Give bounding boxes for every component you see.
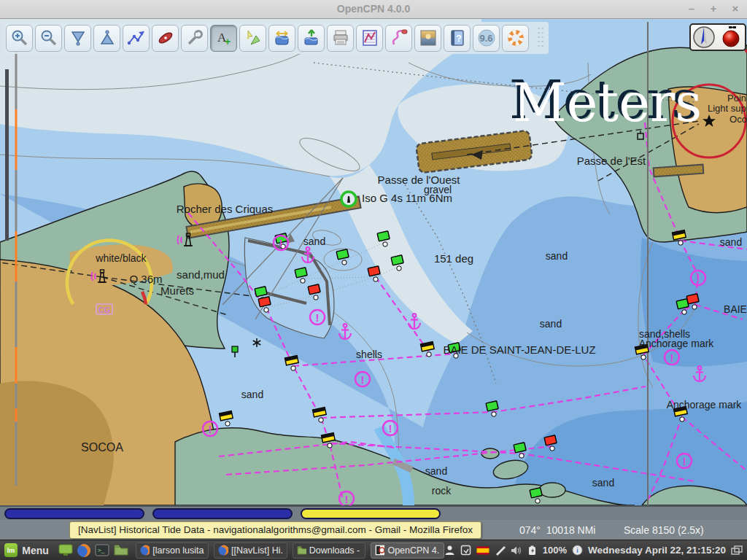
show-desktop-icon[interactable] [58, 542, 74, 559]
chart-button-3[interactable] [301, 508, 441, 519]
chart-label: sand [720, 236, 742, 248]
symbol-cg-badge: CG [96, 304, 112, 314]
taskbar-window-downloads[interactable]: Downloads - ... [293, 542, 365, 559]
create-route-button[interactable] [123, 25, 150, 52]
print-button[interactable] [327, 25, 354, 52]
ais-targets-button[interactable] [239, 25, 266, 52]
firefox-launcher-icon[interactable] [76, 542, 93, 559]
scale-out-button[interactable] [64, 25, 91, 52]
maximize-button[interactable]: + [708, 2, 719, 15]
svg-text:>_: >_ [98, 547, 105, 553]
cursor-bearing-distance: 074° 10018 NMi [519, 524, 595, 536]
battery-percent: 100% [543, 545, 567, 556]
window-list-icon[interactable] [731, 545, 743, 555]
chart-scale-button[interactable]: 9.6 [473, 25, 500, 52]
chart-label: BAIE DE SAINT-JEAN-DE-LUZ [443, 343, 595, 356]
chart-label: shells [356, 349, 382, 360]
show-text-button[interactable]: A+ [210, 25, 237, 52]
gps-status-icon [719, 25, 743, 50]
keyboard-layout-es-flag[interactable] [476, 546, 489, 555]
symbol-greenring [341, 192, 356, 206]
route-manager-button[interactable] [356, 25, 383, 52]
svg-text:!: ! [697, 272, 700, 284]
chart-label: sand [303, 236, 325, 247]
chart-label: Q 36m [129, 273, 162, 285]
zoom-in-button[interactable] [6, 25, 33, 52]
system-tray: 100% i Wednesday April 22, 21:15:20 [444, 545, 747, 556]
chart-label: 151 deg [434, 252, 473, 265]
svg-text:+: + [225, 36, 231, 47]
help-button[interactable]: ? [444, 25, 471, 52]
window-titlebar[interactable]: OpenCPN 4.0.0 – + × [0, 0, 747, 19]
tablet-pen-icon[interactable] [495, 545, 506, 556]
menu-button[interactable]: Menu [22, 545, 49, 556]
opencpn-icon [375, 545, 384, 556]
chart-label: rock [432, 485, 452, 497]
chart-label: Rocher des Criquas [177, 203, 274, 215]
compass-rose-icon [692, 26, 716, 49]
depth-unit-watermark: Meters [513, 72, 702, 133]
svg-text:!: ! [670, 351, 674, 364]
minimize-button[interactable]: – [686, 2, 697, 15]
chart-label: sand [546, 250, 568, 262]
taskbar: lm Menu >_ [larson lusita... [[NavList] … [0, 540, 747, 560]
window-title: OpenCPN 4.0.0 [0, 3, 747, 15]
mint-menu-icon[interactable]: lm [4, 543, 18, 557]
tides-button[interactable] [298, 25, 325, 52]
chart-label: sand [425, 465, 447, 477]
chart-label: sand [592, 477, 614, 489]
chart-label: Anchorage mark [667, 399, 743, 411]
svg-text:!: ! [316, 311, 320, 324]
clock[interactable]: Wednesday April 22, 21:15:20 [588, 545, 726, 556]
chart-label: Light supp [708, 103, 747, 114]
files-launcher-icon[interactable] [112, 542, 129, 559]
chart-label: BAIE [724, 303, 747, 315]
chart-label: sand [540, 318, 562, 330]
desktop: OpenCPN 4.0.0 – + × [0, 0, 747, 560]
close-button[interactable]: × [729, 2, 741, 15]
svg-text:!: ! [345, 493, 349, 505]
chart-label: Poin [727, 93, 746, 104]
clipboard-applet-icon[interactable] [460, 545, 471, 556]
svg-text:!: ! [279, 237, 283, 249]
chart-label: Oco [729, 114, 747, 125]
toolbar-grip[interactable] [537, 26, 544, 50]
terminal-launcher-icon[interactable]: >_ [94, 542, 111, 559]
chart-selector-bar [0, 505, 747, 520]
chart-label: Anchorage mark [639, 338, 715, 349]
firefox-icon [218, 545, 228, 556]
currents-button[interactable] [268, 25, 295, 52]
own-ship-button[interactable] [152, 25, 179, 52]
tracks-button[interactable] [385, 25, 412, 52]
volume-icon[interactable] [511, 545, 522, 556]
folder-icon [297, 545, 306, 555]
taskbar-window-opencpn[interactable]: OpenCPN 4.... [371, 542, 444, 559]
scale-in-button[interactable] [93, 25, 120, 52]
taskbar-tooltip: [NavList] Historical Tide Data - navigat… [69, 521, 481, 539]
compass-gps-widget[interactable] [689, 23, 746, 51]
options-button[interactable] [181, 25, 208, 52]
chart-label: sand,mud [177, 268, 225, 281]
svg-text:!: ! [683, 455, 686, 467]
opencpn-window: Meters Meters !!!!!!!!!CG Passe de l'Est… [0, 19, 747, 520]
chart-label: SOCOA [81, 441, 123, 454]
chart-label: Iso G 4s 11m 6Nm [362, 192, 452, 204]
chart-button-1[interactable] [4, 508, 144, 519]
svg-text:i: i [576, 547, 578, 554]
user-applet-icon[interactable] [444, 545, 455, 556]
zoom-out-button[interactable] [35, 25, 62, 52]
svg-text:!: ! [361, 373, 365, 386]
chart-canvas[interactable]: Meters Meters !!!!!!!!!CG Passe de l'Est… [0, 19, 747, 505]
chart-label: Passe de l'Est [577, 155, 646, 167]
battery-icon[interactable] [527, 545, 538, 556]
chart-button-2[interactable] [152, 508, 293, 519]
status-bar: 43 23.2317 N 001 40.8976 W 074° 10018 NM… [0, 520, 747, 540]
taskbar-window-firefox-1[interactable]: [larson lusita... [136, 542, 209, 559]
chart-label: white/black [95, 252, 147, 264]
update-manager-icon[interactable]: i [572, 545, 583, 556]
taskbar-window-firefox-2[interactable]: [[NavList] Hi... [214, 542, 287, 559]
color-scheme-button[interactable] [414, 25, 441, 52]
chart-scale-indicator: Scale 8150 (2.5x) [624, 524, 704, 536]
firefox-icon [140, 545, 150, 556]
man-overboard-button[interactable] [502, 25, 529, 52]
